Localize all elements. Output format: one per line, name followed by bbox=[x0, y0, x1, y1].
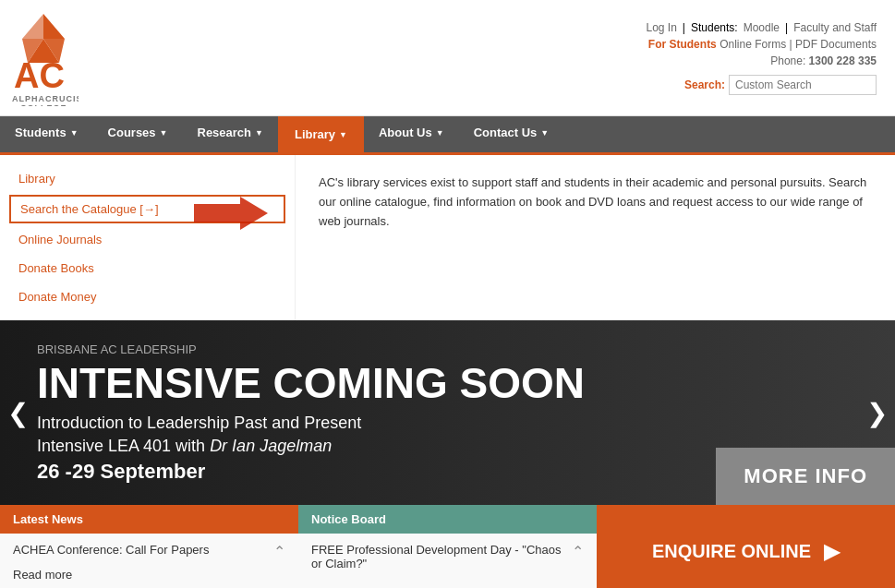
svg-text:AC: AC bbox=[14, 56, 65, 95]
dropdown-library[interactable]: Library bbox=[0, 164, 295, 193]
news-item-2: Read more bbox=[13, 568, 285, 582]
enquire-label: ENQUIRE ONLINE bbox=[652, 541, 811, 562]
banner-prev-button[interactable]: ❮ bbox=[7, 398, 29, 428]
svg-text:COLLEGE: COLLEGE bbox=[20, 103, 67, 106]
nav-item-students[interactable]: Students ▼ bbox=[0, 116, 93, 152]
for-students-label: For Students bbox=[648, 38, 717, 51]
banner-tagline: Introduction to Leadership Past and Pres… bbox=[37, 414, 858, 433]
nav-link-library[interactable]: Library ▼ bbox=[278, 116, 364, 152]
news-item-text-2: Read more bbox=[13, 568, 285, 582]
faculty-link[interactable]: Faculty and Staff bbox=[793, 21, 877, 34]
phone-label: Phone: bbox=[770, 54, 805, 67]
notice-board-header: Notice Board bbox=[298, 505, 597, 534]
students-label: Students: bbox=[691, 21, 738, 34]
library-dropdown: Library Search the Catalogue [→] Online … bbox=[0, 152, 895, 320]
nav-link-students[interactable]: Students ▼ bbox=[0, 116, 93, 149]
bottom-panels: Latest News ACHEA Conference: Call For P… bbox=[0, 505, 895, 588]
banner-course: Intensive LEA 401 with Dr Ian Jagelman bbox=[37, 437, 858, 456]
nav-link-contact[interactable]: Contact Us ▼ bbox=[459, 116, 564, 149]
banner-content: BRISBANE AC LEADERSHIP INTENSIVE COMING … bbox=[0, 324, 895, 502]
chevron-down-icon: ▼ bbox=[255, 128, 263, 138]
enquire-arrow-icon: ▶ bbox=[824, 540, 840, 564]
chevron-down-icon: ▼ bbox=[436, 128, 444, 138]
pdf-documents-link[interactable]: PDF Documents bbox=[795, 38, 877, 51]
nav-label-contact: Contact Us bbox=[474, 126, 538, 139]
banner-next-button[interactable]: ❯ bbox=[866, 398, 888, 428]
chevron-down-icon: ▼ bbox=[339, 130, 347, 139]
chevron-down-icon: ▼ bbox=[540, 128, 549, 138]
main-nav: Students ▼ Courses ▼ Research ▼ Library … bbox=[0, 116, 895, 152]
hero-banner: ❮ BRISBANE AC LEADERSHIP INTENSIVE COMIN… bbox=[0, 320, 895, 505]
dropdown-menu: Library Search the Catalogue [→] Online … bbox=[0, 155, 296, 320]
dropdown-donate-books[interactable]: Donate Books bbox=[0, 254, 295, 282]
svg-text:ALPHACRUCIS: ALPHACRUCIS bbox=[12, 94, 79, 103]
nav-label-students: Students bbox=[15, 126, 67, 139]
latest-news-header: Latest News bbox=[0, 505, 298, 534]
chevron-down-icon: ▼ bbox=[160, 128, 168, 138]
separator2: | bbox=[785, 21, 788, 34]
nav-label-courses: Courses bbox=[108, 126, 156, 139]
page-header: AC ALPHACRUCIS COLLEGE Log In | Students… bbox=[0, 0, 895, 116]
catalogue-arrow-indicator bbox=[194, 197, 268, 230]
for-students-links: Online Forms | PDF Documents bbox=[720, 38, 877, 51]
svg-marker-0 bbox=[43, 14, 65, 39]
news-item-text-1: ACHEA Conference: Call For Papers bbox=[13, 543, 273, 557]
header-right: Log In | Students: Moodle | Faculty and … bbox=[646, 21, 877, 95]
news-toggle-1[interactable]: ⌃ bbox=[273, 543, 285, 560]
notice-toggle-1[interactable]: ⌃ bbox=[572, 543, 584, 560]
search-input[interactable] bbox=[729, 75, 877, 95]
online-forms-link[interactable]: Online Forms bbox=[720, 38, 786, 51]
nav-link-about[interactable]: About Us ▼ bbox=[364, 116, 459, 149]
notice-board-body: FREE Professional Development Day - "Cha… bbox=[298, 534, 597, 588]
latest-news-body: ACHEA Conference: Call For Papers ⌃ Read… bbox=[0, 534, 298, 588]
search-label: Search: bbox=[684, 78, 725, 91]
news-item-1: ACHEA Conference: Call For Papers ⌃ bbox=[13, 543, 285, 560]
nav-item-about[interactable]: About Us ▼ bbox=[364, 116, 459, 152]
logo-area: AC ALPHACRUCIS COLLEGE bbox=[9, 9, 79, 106]
nav-item-library[interactable]: Library ▼ bbox=[278, 116, 364, 152]
latest-news-panel: Latest News ACHEA Conference: Call For P… bbox=[0, 505, 298, 588]
svg-marker-8 bbox=[194, 197, 268, 230]
nav-item-research[interactable]: Research ▼ bbox=[183, 116, 278, 152]
notice-board-panel: Notice Board FREE Professional Developme… bbox=[298, 505, 597, 588]
nav-item-contact[interactable]: Contact Us ▼ bbox=[459, 116, 564, 152]
chevron-down-icon: ▼ bbox=[70, 128, 79, 138]
nav-label-library: Library bbox=[295, 127, 335, 141]
nav-label-about: About Us bbox=[379, 126, 432, 139]
nav-link-courses[interactable]: Courses ▼ bbox=[93, 116, 183, 149]
nav-item-courses[interactable]: Courses ▼ bbox=[93, 116, 183, 152]
login-link[interactable]: Log In bbox=[646, 21, 676, 34]
banner-date: 26 -29 September bbox=[37, 460, 858, 484]
dropdown-description: AC's library services exist to support s… bbox=[296, 155, 895, 320]
dropdown-donate-money[interactable]: Donate Money bbox=[0, 282, 295, 311]
banner-title: INTENSIVE COMING SOON bbox=[37, 362, 858, 404]
nav-label-research: Research bbox=[198, 126, 252, 139]
moodle-link[interactable]: Moodle bbox=[744, 21, 780, 34]
svg-marker-1 bbox=[22, 14, 43, 39]
nav-link-research[interactable]: Research ▼ bbox=[183, 116, 278, 149]
logo-icon: AC ALPHACRUCIS COLLEGE bbox=[9, 9, 79, 106]
phone-number: 1300 228 335 bbox=[809, 54, 877, 67]
separator1: | bbox=[683, 21, 685, 34]
notice-item-1: FREE Professional Development Day - "Cha… bbox=[311, 543, 584, 570]
enquire-online-button[interactable]: ENQUIRE ONLINE ▶ bbox=[597, 505, 895, 588]
notice-item-text-1: FREE Professional Development Day - "Cha… bbox=[311, 543, 572, 570]
banner-subtitle: BRISBANE AC LEADERSHIP bbox=[37, 342, 858, 356]
